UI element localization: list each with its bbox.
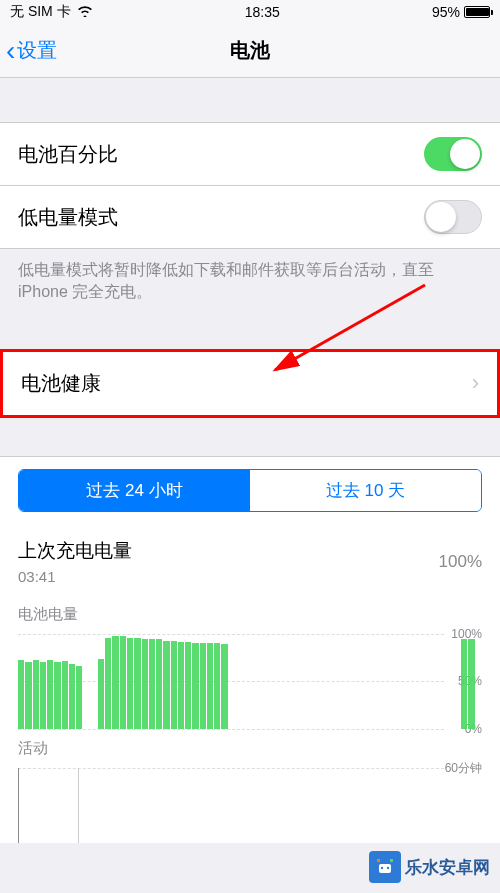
battery-level-chart: 电池电量 100% 50% 0% xyxy=(0,595,500,729)
seg-10d[interactable]: 过去 10 天 xyxy=(250,470,481,511)
battery-health-label: 电池健康 xyxy=(21,370,101,397)
back-button[interactable]: ‹ 设置 xyxy=(0,35,57,67)
svg-rect-4 xyxy=(377,859,380,862)
watermark-text: 乐水安卓网 xyxy=(405,856,490,879)
chart-section: 过去 24 小时 过去 10 天 上次充电电量 03:41 100% 电池电量 … xyxy=(0,456,500,843)
low-power-footer: 低电量模式将暂时降低如下载和邮件获取等后台活动，直至 iPhone 完全充电。 xyxy=(0,249,500,314)
low-power-mode-cell: 低电量模式 xyxy=(0,185,500,249)
svg-point-3 xyxy=(387,867,389,869)
battery-icon xyxy=(464,6,490,18)
seg-24h[interactable]: 过去 24 小时 xyxy=(19,470,250,511)
watermark-icon xyxy=(369,851,401,883)
status-bar: 无 SIM 卡 18:35 95% xyxy=(0,0,500,24)
time-range-segmented: 过去 24 小时 过去 10 天 xyxy=(18,469,482,512)
battery-percentage-cell: 电池百分比 xyxy=(0,122,500,186)
low-power-mode-label: 低电量模式 xyxy=(18,204,118,231)
activity-chart: 活动 60分钟 xyxy=(0,729,500,843)
battery-pct-text: 95% xyxy=(432,4,460,20)
nav-bar: ‹ 设置 电池 xyxy=(0,24,500,78)
back-label: 设置 xyxy=(17,37,57,64)
svg-rect-5 xyxy=(390,859,393,862)
battery-percentage-label: 电池百分比 xyxy=(18,141,118,168)
activity-label: 活动 xyxy=(18,739,482,758)
y-tick-60min: 60分钟 xyxy=(445,759,482,776)
last-charge-time: 03:41 xyxy=(18,568,482,585)
low-power-mode-toggle[interactable] xyxy=(424,200,482,234)
status-time: 18:35 xyxy=(245,4,280,20)
chevron-left-icon: ‹ xyxy=(6,35,15,67)
battery-percentage-toggle[interactable] xyxy=(424,137,482,171)
battery-health-cell[interactable]: 电池健康 › xyxy=(0,349,500,418)
last-charge-pct: 100% xyxy=(439,552,482,572)
battery-level-label: 电池电量 xyxy=(18,605,482,624)
last-charge-title: 上次充电电量 xyxy=(18,538,482,564)
svg-rect-1 xyxy=(379,864,391,873)
wifi-icon xyxy=(77,4,93,20)
carrier-text: 无 SIM 卡 xyxy=(10,3,71,21)
svg-point-2 xyxy=(381,867,383,869)
chevron-right-icon: › xyxy=(472,370,479,396)
last-charge-block: 上次充电电量 03:41 100% xyxy=(0,524,500,595)
page-title: 电池 xyxy=(230,37,270,64)
watermark: 乐水安卓网 xyxy=(369,851,490,883)
